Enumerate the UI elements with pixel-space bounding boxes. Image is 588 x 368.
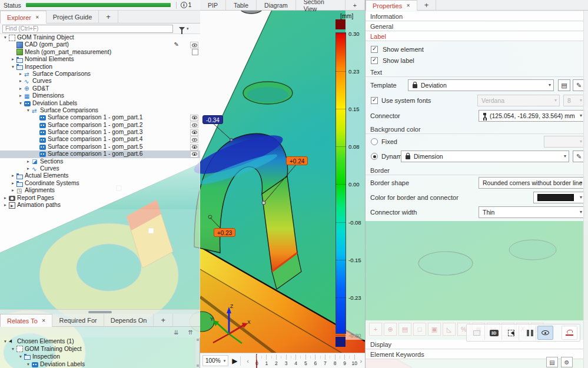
tree-item[interactable]: ▸Sections [0, 158, 200, 165]
split-view-icon-button[interactable] [520, 326, 536, 340]
tree-item[interactable]: Surface comparison 1 - gom_part.4 [0, 136, 200, 143]
tab-plus[interactable]: + [346, 0, 365, 10]
expand-arrow-icon[interactable]: ▾ [2, 34, 8, 41]
expand-arrow-icon[interactable]: ▾ [18, 353, 24, 360]
connector-dropdown[interactable]: (125.054, -16.259, 33.564) mm [479, 110, 585, 122]
fixed-radio[interactable] [371, 138, 378, 145]
tree-item[interactable]: ▸GD&T [0, 85, 200, 92]
tree-item[interactable]: ▾Chosen Elements (1) [0, 337, 195, 345]
visibility-eye-icon[interactable] [190, 144, 198, 150]
scrollbar[interactable] [583, 11, 588, 368]
tree-item[interactable]: ▸Actual Elements [0, 172, 200, 179]
edit-pencil-icon[interactable]: ✎ [174, 41, 179, 48]
visibility-eye-icon[interactable] [190, 136, 198, 143]
expand-arrow-icon[interactable]: ▸ [18, 92, 24, 99]
color-scale-bar[interactable] [335, 32, 346, 334]
tree-item[interactable]: Surface comparison 1 - gom_part.1 [0, 114, 200, 121]
dynamic-radio[interactable] [371, 153, 378, 160]
keyword-settings-icon[interactable]: ⚙ [561, 357, 573, 367]
color-scale[interactable]: [mm] 0.300.230.150.080.00-0.08-0.15-0.23… [331, 12, 365, 356]
tab-relates-to[interactable]: Relates To✕ [0, 314, 52, 327]
tree-item[interactable]: ▸Report Pages [0, 195, 200, 202]
expand-arrow-icon[interactable]: ▸ [25, 158, 31, 165]
section-information[interactable]: Information [366, 12, 584, 21]
search-input[interactable] [2, 25, 173, 33]
tab-required-for[interactable]: Required For [52, 314, 104, 326]
zoom-select[interactable]: 100% ▾ [202, 355, 228, 366]
tree-item[interactable]: CAD (gom_part)✎ [0, 41, 200, 48]
expand-arrow-icon[interactable]: ▸ [18, 71, 24, 78]
visibility-checkbox[interactable] [192, 49, 198, 55]
tree-item[interactable]: ▾GOM Training Object [0, 345, 195, 353]
tree-item[interactable]: ▸Dimensions [0, 92, 200, 99]
panel-splitter[interactable] [0, 309, 200, 314]
tree-item[interactable]: Mesh (gom_part_measurement) [0, 49, 200, 56]
tab-plus[interactable]: + [154, 314, 173, 326]
close-icon[interactable]: ✕ [42, 318, 46, 323]
expand-arrow-icon[interactable]: ▾ [10, 345, 16, 353]
tree-item[interactable]: Surface comparison 1 - gom_part.3 [0, 129, 200, 136]
splitter-grip[interactable] [88, 311, 112, 313]
tab-pip[interactable]: PIP [200, 0, 226, 10]
scale-underflow-swatch[interactable] [335, 337, 346, 347]
step-forward-button[interactable]: › [357, 357, 365, 364]
tree-item[interactable]: Surface comparison 1 - gom_part.2 [0, 122, 200, 129]
tree-item[interactable]: ▾Inspection [0, 353, 195, 360]
step-back-button[interactable]: ‹ [244, 357, 251, 364]
border-color-dropdown[interactable] [533, 192, 585, 203]
tab-plus[interactable]: + [417, 0, 437, 10]
expand-arrow-icon[interactable]: ▸ [25, 165, 31, 172]
tree-item[interactable]: ▸Nominal Elements [0, 56, 200, 63]
template-dropdown[interactable]: Deviation [408, 79, 554, 91]
play-button[interactable]: ▶ [232, 357, 237, 365]
tab-depends-on[interactable]: Depends On [104, 314, 154, 326]
border-shape-dropdown[interactable]: Rounded corners without border line [479, 177, 585, 189]
tree-item[interactable]: ▾Inspection [0, 63, 200, 71]
scrollbar[interactable] [195, 337, 200, 368]
connector-width-dropdown[interactable]: Thin [479, 206, 585, 218]
visibility-eye-icon[interactable] [190, 115, 198, 121]
3d-scene-icon-button[interactable]: 3D [486, 326, 502, 340]
visibility-eye-icon[interactable] [190, 42, 198, 48]
visibility-eye-icon[interactable] [190, 151, 198, 158]
tree-item[interactable]: ▸Surface Comparisons [0, 71, 200, 78]
timeline-ruler[interactable]: 012345678910 [253, 353, 357, 368]
expand-arrow-icon[interactable]: ▸ [18, 85, 24, 92]
expand-arrow-icon[interactable]: ▸ [10, 180, 16, 187]
expand-arrow-icon[interactable]: ▾ [18, 100, 24, 107]
close-icon[interactable]: ✕ [406, 3, 410, 8]
tab-explorer[interactable]: Explorer✕ [0, 11, 46, 24]
expand-arrow-icon[interactable]: ▸ [10, 56, 16, 63]
section-label[interactable]: Label [366, 32, 584, 41]
expand-arrow-icon[interactable]: ▾ [25, 360, 31, 368]
tree-item[interactable]: ▾Surface Comparisons [0, 107, 200, 114]
expand-arrow-icon[interactable]: ▸ [2, 195, 8, 202]
tree-item[interactable]: Surface comparison 1 - gom_part.6 [0, 150, 200, 158]
expand-all-icon[interactable]: ⇈ [188, 329, 193, 336]
use-system-fonts-checkbox[interactable] [371, 97, 378, 104]
tree-item[interactable]: Surface comparison 1 - gom_part.5 [0, 143, 200, 150]
tree-item[interactable]: ▸Alignments [0, 187, 200, 194]
tree-item[interactable]: ▸Curves [0, 78, 200, 85]
visibility-eye-icon[interactable] [190, 129, 198, 136]
tree-item[interactable]: ▾Deviation Labels [0, 100, 200, 107]
expand-arrow-icon[interactable]: ▸ [10, 187, 16, 194]
visibility-eye-icon[interactable] [190, 122, 198, 128]
tree-item[interactable]: ▸Animation paths [0, 202, 200, 209]
scale-overflow-swatch[interactable] [335, 19, 346, 29]
tab-diagram[interactable]: Diagram [257, 0, 296, 10]
expand-arrow-icon[interactable]: ▸ [2, 202, 8, 209]
template-list-button[interactable]: ▤ [558, 79, 570, 91]
tree-item[interactable]: ▸Curves [0, 165, 200, 172]
tab-plus[interactable]: + [99, 11, 118, 23]
exploded-view-icon-button[interactable] [562, 326, 577, 340]
tree-item[interactable]: ▾GOM Training Object [0, 34, 200, 41]
label-visibility-icon-button[interactable] [537, 326, 553, 340]
deviation-label[interactable]: -0.34 [202, 115, 223, 124]
keyword-page-icon[interactable]: ▤ [546, 357, 558, 367]
tree-item[interactable]: ▾Deviation Labels [0, 360, 195, 368]
select-mode-icon-button[interactable] [503, 326, 519, 340]
deviation-label[interactable]: +0.24 [286, 156, 308, 165]
tab-section-view[interactable]: Section View [296, 0, 346, 10]
collapse-all-icon[interactable]: ⇊ [174, 329, 178, 336]
